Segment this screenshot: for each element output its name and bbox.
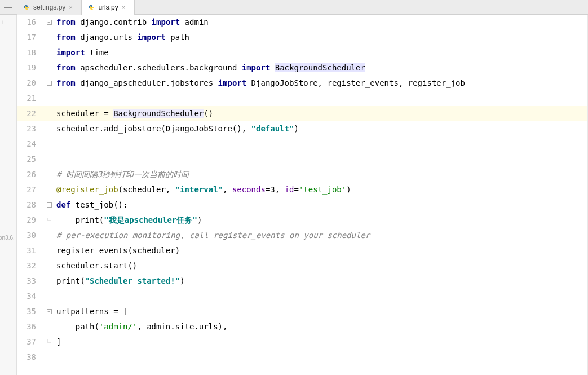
code-line[interactable]: 27@register_job(scheduler, "interval", s…: [17, 182, 588, 197]
code-line[interactable]: 20−from django_apscheduler.jobstores imp…: [17, 76, 588, 91]
code-line[interactable]: 34: [17, 289, 588, 304]
line-number: 34: [17, 289, 45, 304]
fold-end-icon: [46, 339, 52, 345]
code-line[interactable]: 38: [17, 350, 588, 365]
code-line[interactable]: 37]: [17, 334, 588, 350]
code-area[interactable]: 16−from django.contrib import admin17fro…: [17, 15, 588, 375]
fold-gutter: [45, 60, 53, 76]
line-number: 16: [17, 15, 45, 30]
line-number: 18: [17, 45, 45, 60]
line-number: 23: [17, 121, 45, 136]
fold-gutter: [45, 167, 53, 182]
code-line[interactable]: 16−from django.contrib import admin: [17, 15, 588, 30]
code-line[interactable]: 35−urlpatterns = [: [17, 304, 588, 319]
sidebar-partial-bottom: on3.6.: [0, 235, 15, 241]
fold-collapse-icon[interactable]: −: [47, 309, 52, 314]
fold-gutter[interactable]: −: [45, 197, 53, 213]
code-content[interactable]: # per-execution monitoring, call registe…: [53, 228, 588, 243]
line-number: 30: [17, 228, 45, 243]
line-number: 35: [17, 304, 45, 319]
line-number: 19: [17, 60, 45, 76]
line-number: 26: [17, 167, 45, 182]
fold-gutter: [45, 182, 53, 197]
code-line[interactable]: 21: [17, 91, 588, 106]
fold-gutter[interactable]: −: [45, 304, 53, 319]
code-content[interactable]: ]: [53, 334, 588, 350]
line-number: 32: [17, 258, 45, 273]
fold-collapse-icon[interactable]: −: [47, 20, 52, 25]
code-content[interactable]: register_events(scheduler): [53, 243, 588, 258]
code-content[interactable]: from apscheduler.schedulers.background i…: [53, 60, 588, 76]
code-content[interactable]: [53, 136, 588, 152]
fold-gutter: [45, 289, 53, 304]
code-content[interactable]: print("我是apscheduler任务"): [53, 213, 588, 228]
line-number: 36: [17, 319, 45, 334]
tab-urls-py[interactable]: urls.py×: [82, 0, 134, 15]
code-content[interactable]: scheduler = BackgroundScheduler(): [53, 106, 588, 121]
code-content[interactable]: [53, 91, 588, 106]
python-file-icon: [23, 3, 30, 11]
fold-gutter[interactable]: −: [45, 15, 53, 30]
line-number: 28: [17, 197, 45, 213]
collapse-tool-icon[interactable]: [2, 2, 14, 13]
code-content[interactable]: # 时间间隔3秒钟打印一次当前的时间: [53, 167, 588, 182]
code-content[interactable]: scheduler.start(): [53, 258, 588, 273]
fold-gutter: [45, 121, 53, 136]
code-content[interactable]: from django.contrib import admin: [53, 15, 588, 30]
fold-gutter: [45, 152, 53, 167]
svg-point-3: [90, 5, 90, 6]
svg-rect-0: [4, 7, 12, 8]
code-content[interactable]: from django_apscheduler.jobstores import…: [53, 76, 588, 91]
code-line[interactable]: 30# per-execution monitoring, call regis…: [17, 228, 588, 243]
code-content[interactable]: [53, 350, 588, 365]
fold-gutter[interactable]: −: [45, 76, 53, 91]
fold-collapse-icon[interactable]: −: [47, 81, 52, 86]
code-content[interactable]: from django.urls import path: [53, 30, 588, 45]
code-line[interactable]: 24: [17, 136, 588, 152]
close-icon[interactable]: ×: [122, 4, 129, 11]
code-content[interactable]: path('admin/', admin.site.urls),: [53, 319, 588, 334]
tab-settings-py[interactable]: settings.py×: [17, 0, 82, 15]
fold-gutter: [45, 319, 53, 334]
line-number: 25: [17, 152, 45, 167]
line-number: 29: [17, 213, 45, 228]
code-line[interactable]: 18import time: [17, 45, 588, 60]
line-number: 17: [17, 30, 45, 45]
code-line[interactable]: 17from django.urls import path: [17, 30, 588, 45]
code-line[interactable]: 31register_events(scheduler): [17, 243, 588, 258]
fold-gutter: [45, 273, 53, 289]
code-line[interactable]: 28−def test_job():: [17, 197, 588, 213]
code-line[interactable]: 23scheduler.add_jobstore(DjangoJobStore(…: [17, 121, 588, 136]
code-content[interactable]: [53, 152, 588, 167]
code-line[interactable]: 36 path('admin/', admin.site.urls),: [17, 319, 588, 334]
sidebar-partial-top: t: [2, 19, 4, 25]
close-icon[interactable]: ×: [69, 4, 76, 11]
code-line[interactable]: 29 print("我是apscheduler任务"): [17, 213, 588, 228]
fold-gutter[interactable]: [45, 213, 53, 228]
tab-bar: settings.py×urls.py×: [0, 0, 588, 15]
line-number: 38: [17, 350, 45, 365]
code-line[interactable]: 19from apscheduler.schedulers.background…: [17, 60, 588, 76]
fold-collapse-icon[interactable]: −: [47, 202, 52, 208]
code-line[interactable]: 26# 时间间隔3秒钟打印一次当前的时间: [17, 167, 588, 182]
fold-gutter: [45, 45, 53, 60]
code-line[interactable]: 25: [17, 152, 588, 167]
code-content[interactable]: def test_job():: [53, 197, 588, 213]
code-line[interactable]: 22scheduler = BackgroundScheduler(): [17, 106, 588, 121]
code-content[interactable]: @register_job(scheduler, "interval", sec…: [53, 182, 588, 197]
fold-gutter: [45, 350, 53, 365]
line-number: 22: [17, 106, 45, 121]
left-sidebar: t on3.6.: [0, 15, 17, 375]
code-content[interactable]: urlpatterns = [: [53, 304, 588, 319]
code-line[interactable]: 33print("Scheduler started!"): [17, 273, 588, 289]
code-content[interactable]: print("Scheduler started!"): [53, 273, 588, 289]
code-line[interactable]: 32scheduler.start(): [17, 258, 588, 273]
code-content[interactable]: import time: [53, 45, 588, 60]
python-file-icon: [87, 3, 95, 11]
editor-container: settings.py×urls.py× t on3.6. 16−from dj…: [0, 0, 588, 375]
code-content[interactable]: scheduler.add_jobstore(DjangoJobStore(),…: [53, 121, 588, 136]
code-content[interactable]: [53, 289, 588, 304]
line-number: 37: [17, 334, 45, 350]
fold-gutter[interactable]: [45, 334, 53, 350]
line-number: 27: [17, 182, 45, 197]
